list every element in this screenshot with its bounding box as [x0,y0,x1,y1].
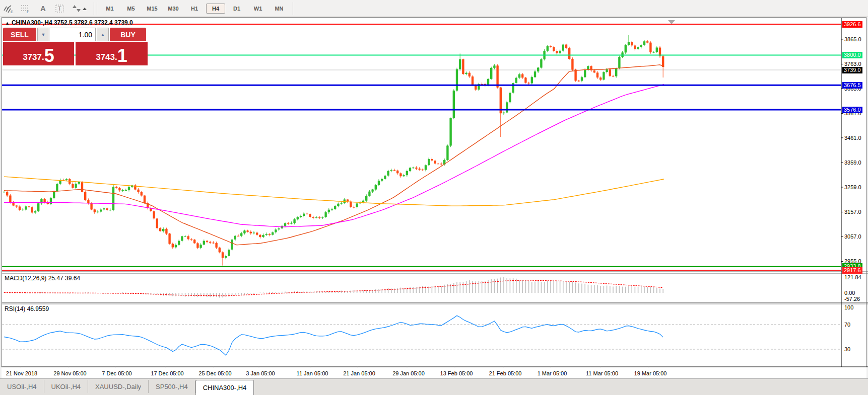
time-axis-label: 3 Jan 05:00 [246,370,275,376]
time-axis-label: 11 Jan 05:00 [297,370,328,376]
timeframe-group: M1M5M15M30H1H4D1W1MN [99,4,290,14]
one-click-trading-panel: SELL ▼ ▲ BUY 3737.5 3743.1 [3,28,148,65]
caret-up-icon: ▲ [101,32,105,37]
price-level-badge: 3576.0 [842,107,862,113]
bid-price-int: 3737. [23,51,44,64]
buy-button[interactable]: BUY [110,28,146,41]
time-axis-label: 17 Dec 05:00 [151,370,183,376]
time-axis-label: 29 Nov 05:00 [53,370,86,376]
price-tick-label: 3461.0 [844,135,861,141]
time-axis-label: 25 Dec 05:00 [198,370,231,376]
chart-tab-sp500-h4[interactable]: SP500-,H4 [149,380,195,393]
time-axis: 21 Nov 201829 Nov 05:007 Dec 05:0017 Dec… [2,367,866,378]
volume-increase-button[interactable]: ▲ [97,28,109,41]
price-tick-label: 3057.0 [844,233,861,240]
timeframe-button-d1[interactable]: D1 [227,4,246,14]
chart-tab-bar: USOil-,H4UKOil-,H4XAUUSD-,DailySP500-,H4… [0,378,868,395]
chart-window[interactable] [2,17,866,378]
price-level-badge: 2917.6 [842,267,862,274]
chart-tab-usoil-h4[interactable]: USOil-,H4 [0,380,44,393]
timeframe-button-m5[interactable]: M5 [121,4,141,14]
grid-icon[interactable]: F [18,3,33,15]
text-box-icon[interactable]: T [52,3,68,15]
rsi-tick-label: 70 [844,322,850,328]
svg-text:T: T [58,6,61,12]
chart-tab-ukoil-h4[interactable]: UKOil-,H4 [44,380,89,393]
caret-down-icon: ▼ [41,32,46,37]
time-axis-label: 11 Mar 05:00 [586,370,618,376]
timeframe-button-m15[interactable]: M15 [143,4,162,14]
timeframe-button-m30[interactable]: M30 [164,4,183,14]
time-axis-label: 21 Feb 05:00 [489,370,522,376]
current-price-badge: 3739.0 [842,67,862,73]
time-axis-label: 19 Mar 05:00 [634,370,667,376]
svg-text:F: F [27,10,29,14]
indicators-icon[interactable]: E [1,3,16,15]
timeframe-button-mn[interactable]: MN [270,4,289,14]
arrange-arrows-icon[interactable] [70,3,91,15]
timeframe-button-h4[interactable]: H4 [206,4,225,14]
time-axis-label: 21 Nov 2018 [6,370,37,376]
price-level-badge: 3926.6 [842,21,862,28]
svg-text:E: E [11,10,13,14]
svg-text:A: A [40,4,46,13]
price-tick-label: 3359.0 [844,160,861,166]
macd-tick-label: -57.26 [844,296,860,302]
chart-symbol-header: ▲CHINA300-,H4 3752.5 3782.6 3732.4 3739.… [5,19,133,26]
time-axis-label: 13 Feb 05:00 [440,370,473,376]
toolbar-divider [293,2,293,15]
price-tick-label: 3259.0 [844,184,861,190]
price-tick-label: 3865.0 [844,36,861,42]
toolbar-separator [94,3,97,15]
chart-tab-xauusd-daily[interactable]: XAUUSD-,Daily [88,380,149,393]
trading-terminal: E F A T M1M5M15M30H1H4D1W1MN ▲CHINA300-,… [0,0,868,395]
timeframe-button-h1[interactable]: H1 [185,4,204,14]
symbol-arrow-icon: ▲ [5,21,10,26]
price-level-badge: 3676.5 [842,82,862,89]
time-axis-label: 29 Jan 05:00 [392,370,425,376]
ask-price-frac: 1 [117,48,127,64]
chart-tab-china300-h4[interactable]: CHINA300-,H4 [195,380,254,395]
ask-price-panel[interactable]: 3743.1 [76,42,148,65]
rsi-tick-label: 100 [844,304,853,310]
volume-decrease-button[interactable]: ▼ [37,28,49,41]
time-axis-label: 7 Dec 05:00 [102,370,131,376]
toolbar: E F A T M1M5M15M30H1H4D1W1MN [0,0,868,17]
rsi-label: RSI(14) 46.9559 [5,305,49,312]
time-axis-label: 1 Mar 05:00 [538,370,567,376]
macd-tick-label: 121.84 [844,274,861,280]
bid-price-panel[interactable]: 3737.5 [3,42,74,65]
bid-price-frac: 5 [44,48,54,64]
price-level-badge: 3800.0 [842,52,862,58]
volume-input[interactable] [49,28,96,41]
symbol-ohlc-text: CHINA300-,H4 3752.5 3782.6 3732.4 3739.0 [12,19,133,26]
ask-price-int: 3743. [96,51,117,64]
macd-tick-label: 0.00 [844,290,855,296]
price-tick-label: 3157.0 [844,209,861,215]
time-axis-label: 21 Jan 05:00 [343,370,375,376]
timeframe-button-m1[interactable]: M1 [100,4,119,14]
rsi-tick-label: 30 [844,346,850,352]
macd-label: MACD(12,26,9) 25.47 39.64 [5,275,80,282]
sell-button[interactable]: SELL [3,28,36,41]
timeframe-button-w1[interactable]: W1 [248,4,268,14]
text-label-icon[interactable]: A [35,3,50,15]
